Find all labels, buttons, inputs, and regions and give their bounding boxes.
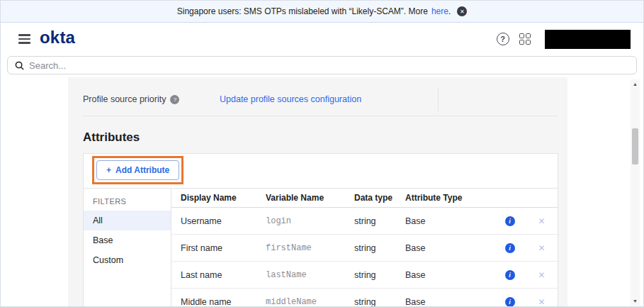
remove-attribute-icon[interactable]: ✕: [538, 270, 545, 280]
cell-data-type: string: [354, 297, 405, 307]
banner-close-icon[interactable]: ✕: [457, 6, 467, 16]
table-header-row: Display Name Variable Name Data type Att…: [171, 189, 558, 208]
banner-here-link[interactable]: here: [431, 6, 448, 16]
profile-editor-panel: Profile source priority ? Update profile…: [68, 77, 567, 307]
attributes-table: Display Name Variable Name Data type Att…: [171, 189, 558, 307]
column-display-name: Display Name: [181, 193, 266, 203]
table-row: UsernameloginstringBasei✕: [171, 208, 558, 235]
filters-sidebar: FILTERS AllBaseCustom: [84, 189, 171, 307]
help-icon[interactable]: ?: [497, 33, 509, 45]
table-row: Last namelastNamestringBasei✕: [171, 262, 558, 289]
filter-item-all[interactable]: All: [84, 211, 171, 230]
search-row: [1, 55, 643, 77]
cell-variable-name: middleName: [266, 297, 354, 307]
attributes-heading: Attributes: [83, 130, 558, 145]
info-icon[interactable]: i: [505, 216, 515, 226]
cell-variable-name: lastName: [266, 270, 354, 280]
highlight-annotation: + Add Attribute: [92, 156, 183, 184]
scrollbar-thumb[interactable]: [632, 128, 638, 164]
cell-data-type: string: [354, 243, 405, 253]
cell-attribute-type: Base: [405, 216, 494, 226]
cell-display-name: First name: [181, 243, 266, 253]
profile-source-row: Profile source priority ? Update profile…: [83, 83, 558, 116]
search-icon: [15, 61, 24, 70]
info-icon[interactable]: i: [505, 297, 515, 307]
filter-item-custom[interactable]: Custom: [84, 250, 171, 270]
cell-variable-name: firstName: [266, 243, 354, 253]
cell-display-name: Middle name: [181, 297, 266, 307]
update-profile-sources-link[interactable]: Update profile sources configuration: [220, 94, 361, 104]
search-box[interactable]: [7, 56, 637, 74]
cell-display-name: Last name: [181, 270, 266, 280]
cell-attribute-type: Base: [405, 270, 494, 280]
filters-list: AllBaseCustom: [84, 211, 171, 270]
column-attribute-type: Attribute Type: [405, 193, 494, 203]
cell-attribute-type: Base: [405, 297, 494, 307]
redacted-account-info: [545, 30, 631, 49]
cell-display-name: Username: [181, 216, 266, 226]
vertical-scrollbar[interactable]: ▲ ▼: [631, 79, 640, 306]
okta-logo: okta: [40, 29, 75, 49]
add-attribute-button[interactable]: + Add Attribute: [96, 160, 179, 180]
app-header: okta ?: [1, 23, 643, 55]
notification-banner: Singapore users: SMS OTPs mislabeled wit…: [1, 1, 643, 23]
table-row: Middle namemiddleNamestringBasei✕: [171, 289, 558, 307]
banner-text: Singapore users: SMS OTPs mislabeled wit…: [177, 6, 428, 16]
info-icon[interactable]: i: [505, 270, 515, 280]
hamburger-menu-icon[interactable]: [18, 34, 30, 44]
cell-data-type: string: [354, 216, 405, 226]
add-attribute-label: Add Attribute: [115, 165, 169, 175]
info-icon[interactable]: i: [505, 243, 515, 253]
plus-icon: +: [106, 165, 111, 175]
okta-admin-window: Singapore users: SMS OTPs mislabeled wit…: [0, 0, 644, 307]
remove-attribute-icon[interactable]: ✕: [538, 216, 545, 226]
table-row: First namefirstNamestringBasei✕: [171, 235, 558, 262]
vertical-divider: [438, 88, 439, 111]
column-variable-name: Variable Name: [266, 193, 354, 203]
search-input[interactable]: [29, 60, 242, 71]
section-divider: [83, 116, 558, 116]
profile-source-hint-icon[interactable]: ?: [170, 95, 179, 104]
remove-attribute-icon[interactable]: ✕: [538, 297, 545, 307]
filters-title: FILTERS: [84, 191, 171, 211]
apps-grid-icon[interactable]: [519, 33, 531, 45]
column-data-type: Data type: [354, 193, 405, 203]
scroll-up-icon[interactable]: ▲: [633, 79, 638, 89]
profile-source-label: Profile source priority: [83, 94, 166, 104]
cell-variable-name: login: [266, 216, 354, 226]
scroll-down-icon[interactable]: ▼: [633, 296, 638, 306]
cell-attribute-type: Base: [405, 243, 494, 253]
cell-data-type: string: [354, 270, 405, 280]
table-body: UsernameloginstringBasei✕First namefirst…: [171, 208, 558, 307]
content-viewport: Profile source priority ? Update profile…: [1, 77, 643, 307]
filter-item-base[interactable]: Base: [84, 230, 171, 250]
attributes-card: + Add Attribute FILTERS AllBaseCustom Di…: [83, 153, 558, 307]
remove-attribute-icon[interactable]: ✕: [538, 243, 545, 253]
banner-text-after: .: [448, 6, 451, 16]
